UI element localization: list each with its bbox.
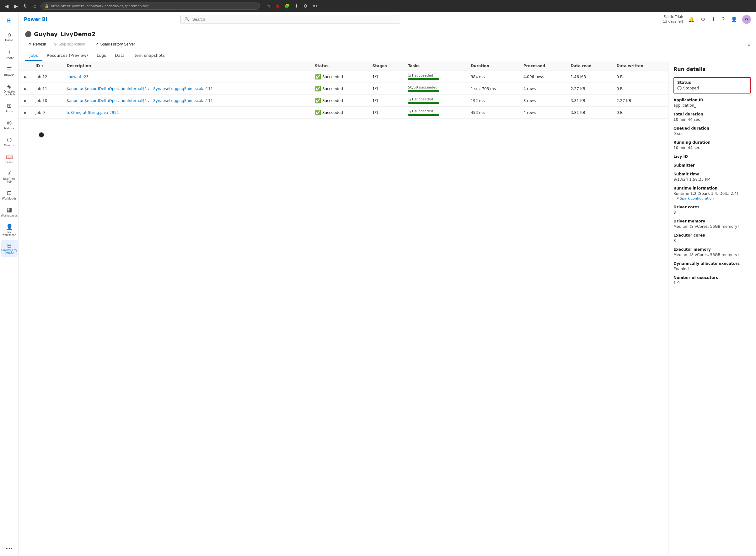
driver-memory-value: Medium (8 vCores, 56GB memory): [674, 224, 751, 229]
settings-gear-button[interactable]: ⚙: [699, 15, 707, 24]
share-button[interactable]: 👤: [730, 15, 738, 24]
status-check-icon: ✅: [315, 74, 321, 80]
col-status[interactable]: Status: [311, 61, 369, 71]
cell-duration: 1 sec 705 ms: [467, 83, 520, 95]
dynamic-executors-value: Enabled: [674, 267, 751, 271]
expand-row-button[interactable]: ▶: [23, 110, 28, 115]
tab-logs[interactable]: Logs: [92, 50, 110, 61]
cell-status: ✅ Succeeded: [311, 83, 369, 95]
stop-icon: ⊗: [54, 42, 57, 46]
stopped-dot-icon: [677, 86, 682, 90]
total-duration-value: 10 min 44 sec: [674, 117, 751, 122]
expand-row-button[interactable]: ▶: [23, 74, 28, 80]
col-description[interactable]: Description: [63, 61, 311, 71]
job-link[interactable]: $anonfun$recordDeltaOperationInternal$1 …: [67, 99, 213, 103]
sidebar-item-learn[interactable]: 📖 Learn: [1, 150, 18, 166]
sidebar-item-myworkspace[interactable]: 👤 My workspace: [1, 221, 18, 239]
cell-stages: 1/1: [369, 83, 404, 95]
search-box[interactable]: 🔍: [180, 15, 400, 24]
cell-data-read: 1.46 MB: [567, 71, 613, 83]
status-stopped-row: Stopped: [677, 86, 747, 90]
job-link[interactable]: $anonfun$recordDeltaOperationInternal$1 …: [67, 86, 213, 91]
cell-tasks: 1/1 succeeded: [404, 107, 467, 118]
notification-button[interactable]: 🔔: [687, 15, 696, 24]
extension-button[interactable]: 🧩: [283, 2, 291, 9]
cell-processed: 4,096 rows: [520, 71, 567, 83]
cell-data-read: 3.81 KB: [567, 95, 613, 107]
tasks-progress-bar: [408, 78, 439, 80]
app-id-label: Application ID: [674, 98, 751, 102]
more-button[interactable]: •••: [311, 2, 319, 9]
stop-application-button[interactable]: ⊗ Stop application: [50, 40, 88, 48]
status-check-icon: ✅: [315, 109, 321, 115]
col-id[interactable]: ID ↑: [32, 61, 63, 71]
sidebar-item-onelake[interactable]: ◈ OneLake data hub: [1, 80, 18, 99]
cursor-dot-area: [19, 118, 668, 151]
tab-snapshots[interactable]: Item snapshots: [129, 50, 169, 61]
search-input[interactable]: [192, 17, 396, 22]
col-data-written[interactable]: Data written: [613, 61, 668, 71]
user-avatar[interactable]: G: [742, 15, 751, 24]
refresh-button[interactable]: ↻: [22, 2, 29, 10]
sidebar-item-guyhay[interactable]: ▤ Guyhay_Livy Demo2: [1, 240, 18, 257]
refresh-label: Refresh: [33, 42, 46, 46]
col-processed[interactable]: Processed: [520, 61, 567, 71]
executor-cores-value: 8: [674, 239, 751, 243]
refresh-button-toolbar[interactable]: ↻ Refresh: [25, 40, 49, 48]
tab-jobs[interactable]: Jobs: [25, 50, 42, 61]
sidebar-item-monitor[interactable]: ○ Monitor: [1, 134, 18, 149]
sidebar-item-realtime[interactable]: ⚡ Real-Time hub: [1, 168, 18, 186]
spark-config-link[interactable]: ↗ Spark configuration: [674, 197, 714, 201]
download-button[interactable]: ⬇: [293, 2, 300, 9]
tabs: Jobs Resources (Preview) Logs Data Item …: [25, 50, 750, 61]
job-link[interactable]: show at :23: [67, 75, 89, 79]
sidebar-grid-button[interactable]: ⊞: [4, 14, 14, 26]
sidebar-item-browse[interactable]: ☰ Browse: [1, 63, 18, 79]
sidebar-item-metrics[interactable]: ◎ Metrics: [1, 117, 18, 132]
back-button[interactable]: ◀: [3, 2, 10, 10]
col-stages[interactable]: Stages: [369, 61, 404, 71]
col-tasks[interactable]: Tasks: [404, 61, 467, 71]
help-button[interactable]: ?: [721, 15, 726, 24]
expand-row-button[interactable]: ▶: [23, 98, 28, 104]
col-data-read[interactable]: Data read: [567, 61, 613, 71]
address-bar[interactable]: 🔒 https://msit.powerbi.com/workloads/de-…: [40, 2, 260, 10]
sidebar-item-workspaces[interactable]: ▦ Workspaces: [1, 204, 18, 220]
cell-data-written: 0 B: [613, 83, 668, 95]
refresh-icon: ↻: [28, 42, 31, 46]
running-duration-label: Running duration: [674, 140, 751, 145]
tab-data[interactable]: Data: [110, 50, 129, 61]
expand-row-button[interactable]: ▶: [23, 86, 28, 92]
cell-status: ✅ Succeeded: [311, 71, 369, 83]
spark-history-label: Spark History Server: [100, 42, 135, 46]
col-duration[interactable]: Duration: [467, 61, 520, 71]
settings-button[interactable]: ⚙: [302, 2, 309, 9]
job-link[interactable]: toString at String.java:2951: [67, 110, 119, 115]
sidebar-item-home[interactable]: ⌂ Home: [1, 29, 18, 44]
cell-id: Job 11: [32, 83, 63, 95]
dynamic-executors-label: Dynamically allocate executors: [674, 262, 751, 266]
home-button[interactable]: ⌂: [32, 2, 38, 9]
col-id-sort: ID ↑: [35, 64, 44, 68]
workspaces-icon: ▦: [7, 206, 12, 213]
jobs-tbody: ▶ Job 12 show at :23 ✅ Succeeded 1/1 1/1…: [19, 71, 668, 118]
cell-stages: 1/1: [369, 95, 404, 107]
tab-resources[interactable]: Resources (Preview): [42, 50, 92, 61]
toolbar-separator: [90, 41, 91, 47]
status-check-icon: ✅: [315, 86, 321, 92]
cell-duration: 192 ms: [467, 95, 520, 107]
spark-history-button[interactable]: ↗ Spark History Server: [92, 40, 138, 48]
profile-icon-red[interactable]: ⬟: [274, 2, 281, 9]
sidebar-item-workloads[interactable]: ⊡ Workloads: [1, 187, 18, 203]
total-duration-section: Total duration 10 min 44 sec: [674, 112, 751, 122]
forward-button[interactable]: ▶: [12, 2, 20, 10]
page-info-icon[interactable]: ℹ: [748, 42, 750, 47]
sidebar-label-workloads: Workloads: [2, 197, 16, 200]
cell-description: toString at String.java:2951: [63, 107, 311, 118]
sidebar-item-create[interactable]: ＋ Create: [1, 45, 18, 62]
bookmark-button[interactable]: ☆: [265, 2, 272, 9]
sidebar-more-button[interactable]: •••: [1, 544, 18, 554]
download-topbar-button[interactable]: ⬇: [710, 15, 717, 24]
tasks-progress-fill: [408, 102, 439, 104]
sidebar-item-apps[interactable]: ⊞ Apps: [1, 100, 18, 115]
